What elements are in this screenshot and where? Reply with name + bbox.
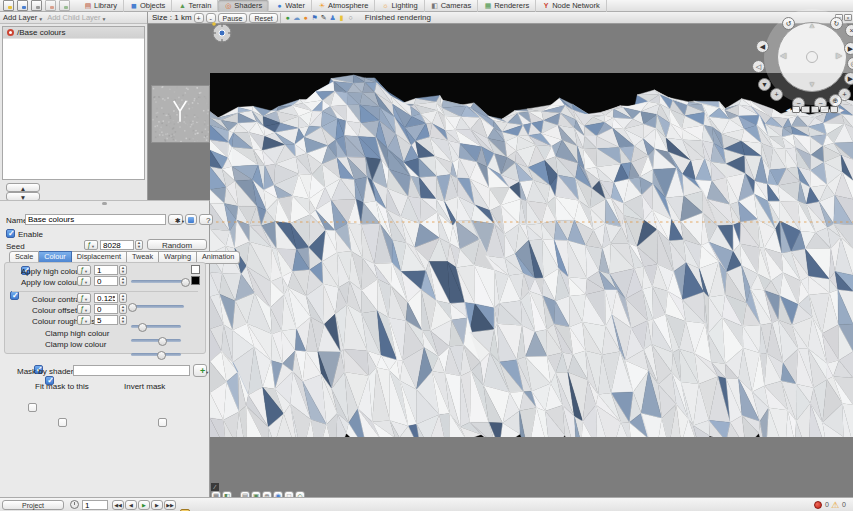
seed-input[interactable] xyxy=(100,240,134,250)
toggle-lights-icon[interactable]: ▮ xyxy=(338,14,346,22)
open-file-icon[interactable] xyxy=(17,0,28,11)
layer-row-base-colours[interactable]: /Base colours xyxy=(3,27,144,39)
contrast-fx-button[interactable]: ƒ▼ xyxy=(77,293,91,303)
tab-terrain[interactable]: ▲Terrain xyxy=(172,0,218,12)
add-layer-button[interactable]: Add Layer▼ xyxy=(3,13,43,22)
redo-icon[interactable] xyxy=(59,0,70,11)
rotate-left-button[interactable]: ↺ xyxy=(782,17,795,30)
close-preview-button[interactable]: × xyxy=(844,14,852,21)
target-button[interactable]: ◎ xyxy=(847,57,853,70)
invert-mask-checkbox[interactable] xyxy=(158,418,167,427)
roughness-stepper[interactable]: ▲▼ xyxy=(119,315,127,325)
contrast-input[interactable] xyxy=(94,293,118,303)
pan-left-button[interactable]: ◀ xyxy=(756,40,769,53)
tab-library[interactable]: ▤Library xyxy=(78,0,124,12)
mask-shader-input[interactable] xyxy=(73,365,190,376)
strip-right-icon[interactable]: ▶ xyxy=(839,106,844,113)
offset-fx-button[interactable]: ƒ▼ xyxy=(77,304,91,314)
toggle-water-icon[interactable]: ⚑ xyxy=(311,14,319,22)
undo-icon[interactable] xyxy=(45,0,56,11)
play-button[interactable]: ▶ xyxy=(138,500,150,510)
offset-input[interactable] xyxy=(94,304,118,314)
preset-gear-button[interactable]: ✱▼ xyxy=(168,214,183,225)
pane-splitter-handle[interactable] xyxy=(102,202,107,205)
frame-input[interactable] xyxy=(82,500,108,510)
high-colour-swatch[interactable] xyxy=(191,265,200,274)
low-colour-slider[interactable] xyxy=(131,305,184,308)
strip-left-icon[interactable]: ◀ xyxy=(786,106,791,113)
roughness-slider[interactable] xyxy=(131,353,181,356)
orbit-right-button[interactable]: ▶ xyxy=(844,72,853,85)
tab-node-network[interactable]: YNode Network xyxy=(536,0,607,12)
low-colour-input[interactable] xyxy=(94,276,118,286)
move-up-nav-button[interactable]: + xyxy=(770,88,783,101)
high-colour-input[interactable] xyxy=(94,265,118,275)
nav-up-arrow[interactable]: ▲ xyxy=(808,21,816,30)
nav-left-arrow[interactable]: ◀ xyxy=(780,51,786,60)
tab-shaders[interactable]: ◎Shaders xyxy=(218,0,269,12)
toggle-clouds-icon[interactable]: ☁ xyxy=(293,14,301,22)
pan-right-button[interactable]: ▶ xyxy=(844,42,853,55)
nav-close-button[interactable]: × xyxy=(845,24,853,37)
move-layer-up-button[interactable]: ▲ Move xyxy=(6,183,40,192)
low-colour-fx-button[interactable]: ƒ▼ xyxy=(77,276,91,286)
show-in-node-network-button[interactable] xyxy=(185,214,197,225)
apply-low-colour-checkbox[interactable] xyxy=(10,291,19,300)
sun-position-widget[interactable] xyxy=(210,21,232,43)
add-mask-shader-button[interactable]: +▼ xyxy=(193,364,207,377)
tab-objects[interactable]: ◼Objects xyxy=(124,0,172,12)
error-indicator-icon[interactable] xyxy=(814,501,822,509)
high-colour-stepper[interactable]: ▲▼ xyxy=(119,265,127,275)
water-icon: ● xyxy=(275,2,283,10)
project-settings-button[interactable]: Project Settings... xyxy=(2,500,64,510)
pan-down-button[interactable]: ▼ xyxy=(758,78,771,91)
name-input[interactable] xyxy=(25,214,166,225)
warning-icon[interactable]: ⚠ xyxy=(831,500,839,510)
seed-stepper[interactable]: ▲▼ xyxy=(135,240,143,250)
refresh-icon[interactable]: ○ xyxy=(347,14,355,22)
fit-mask-checkbox[interactable] xyxy=(58,418,67,427)
new-file-icon[interactable] xyxy=(3,0,14,11)
tab-lighting[interactable]: ☼Lighting xyxy=(375,0,424,12)
high-colour-fx-button[interactable]: ƒ▼ xyxy=(77,265,91,275)
contrast-slider[interactable] xyxy=(131,325,181,328)
paint-pen-icon[interactable]: ✎ xyxy=(320,14,328,22)
roughness-input[interactable] xyxy=(94,315,118,325)
toggle-sun-icon[interactable]: ● xyxy=(302,14,310,22)
nav-down-arrow[interactable]: ▼ xyxy=(808,80,816,89)
add-child-layer-button[interactable]: Add Child Layer▼ xyxy=(47,13,106,22)
rotate-right-button[interactable]: ↻ xyxy=(830,17,843,30)
offset-slider[interactable] xyxy=(131,339,181,342)
tab-atmosphere[interactable]: ☀Atmosphere xyxy=(312,0,375,12)
enable-checkbox[interactable] xyxy=(6,229,15,238)
low-colour-stepper[interactable]: ▲▼ xyxy=(119,276,127,286)
tab-renderers[interactable]: ▦Renderers xyxy=(478,0,536,12)
speed-strip[interactable]: ◀ ▶ xyxy=(786,105,844,113)
prev-frame-button[interactable]: ◀ xyxy=(125,500,137,510)
high-colour-slider[interactable] xyxy=(131,280,184,283)
zoom-in-button[interactable]: + xyxy=(194,13,204,23)
tab-cameras[interactable]: ◧Cameras xyxy=(425,0,478,12)
go-to-end-button[interactable]: ▶▶ xyxy=(164,500,176,510)
tilt-button[interactable]: ◁ xyxy=(752,60,765,73)
go-to-start-button[interactable]: ◀◀ xyxy=(112,500,124,510)
contrast-stepper[interactable]: ▲▼ xyxy=(119,293,127,303)
preview-size-control[interactable]: Size : 1 km xyxy=(152,13,192,22)
offset-stepper[interactable]: ▲▼ xyxy=(119,304,127,314)
help-button[interactable]: ? xyxy=(199,214,213,225)
render-viewport[interactable] xyxy=(210,73,853,437)
random-seed-button[interactable]: Random Seed xyxy=(147,239,207,250)
mask-by-shader-checkbox[interactable] xyxy=(28,403,37,412)
save-file-icon[interactable] xyxy=(31,0,42,11)
reset-button[interactable]: Reset xyxy=(249,13,277,23)
nav-right-arrow[interactable]: ▶ xyxy=(836,51,842,60)
error-count: 0 xyxy=(825,501,829,508)
next-frame-button[interactable]: ▶ xyxy=(151,500,163,510)
seed-fx-button[interactable]: ƒ▼ xyxy=(84,240,98,250)
tab-water[interactable]: ●Water xyxy=(269,0,312,12)
toggle-objects-icon[interactable]: ♟ xyxy=(329,14,337,22)
minimap-view[interactable] xyxy=(151,85,210,143)
low-colour-swatch[interactable] xyxy=(191,276,200,285)
roughness-fx-button[interactable]: ƒ▼ xyxy=(77,315,91,325)
toggle-terrain-icon[interactable]: ● xyxy=(284,14,292,22)
